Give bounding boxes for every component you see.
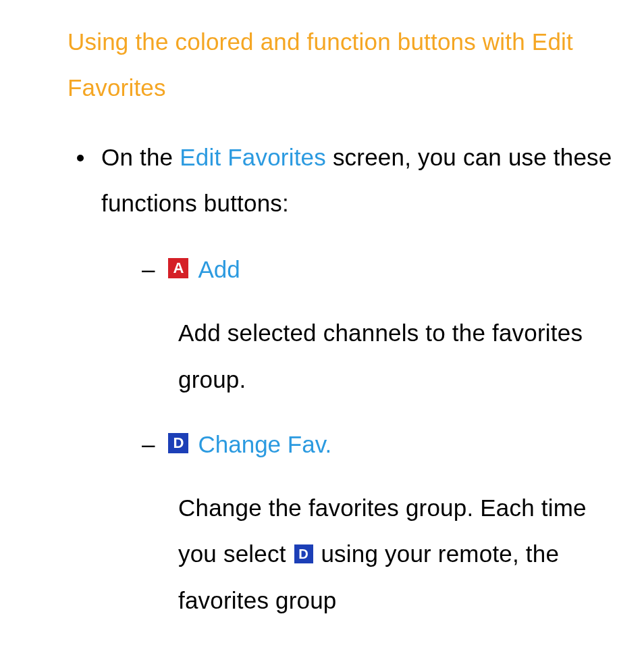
- d-button-inline-icon: D: [294, 544, 313, 563]
- intro-before: On the: [101, 144, 180, 170]
- function-list: – A Add Add selected channels to the fav…: [142, 247, 617, 624]
- manual-page: Using the colored and function buttons w…: [0, 0, 644, 624]
- d-button-icon: D: [168, 433, 188, 453]
- dash-icon: –: [142, 247, 155, 293]
- edit-favorites-link: Edit Favorites: [180, 144, 326, 170]
- intro-text: On the Edit Favorites screen, you can us…: [101, 134, 617, 227]
- function-desc-add: Add selected channels to the favorites g…: [178, 310, 617, 403]
- bullet-dot-icon: [77, 155, 84, 161]
- function-desc-change-fav: Change the favorites group. Each time yo…: [178, 485, 617, 624]
- function-label-change-fav: Change Fav.: [198, 422, 331, 467]
- function-header: – A Add: [142, 247, 617, 293]
- function-header: – D Change Fav.: [142, 422, 617, 467]
- a-button-icon: A: [168, 258, 188, 278]
- function-item-add: – A Add Add selected channels to the fav…: [142, 247, 617, 403]
- section-heading: Using the colored and function buttons w…: [68, 19, 617, 111]
- function-label-add: Add: [198, 247, 240, 293]
- dash-icon: –: [142, 422, 155, 467]
- function-item-change-fav: – D Change Fav. Change the favorites gro…: [142, 422, 617, 624]
- bullet-item: On the Edit Favorites screen, you can us…: [77, 134, 617, 227]
